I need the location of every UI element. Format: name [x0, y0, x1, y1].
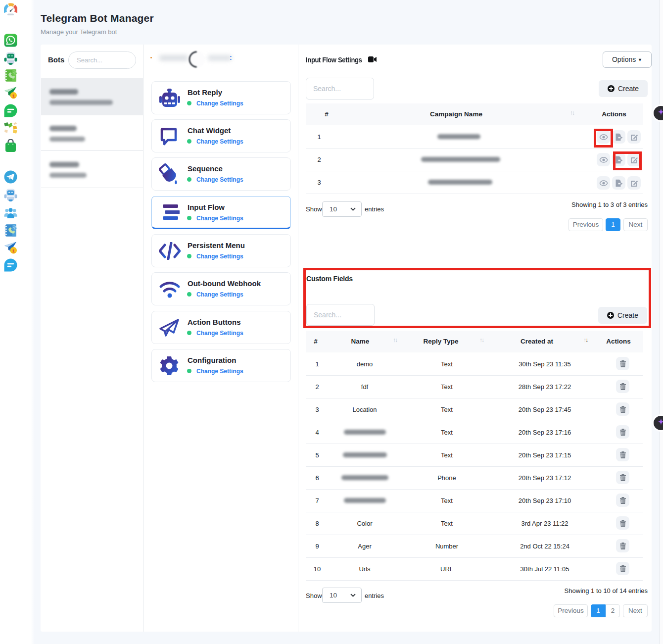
svg-text:1: 1 [12, 248, 15, 253]
svg-text:1: 1 [12, 94, 15, 99]
